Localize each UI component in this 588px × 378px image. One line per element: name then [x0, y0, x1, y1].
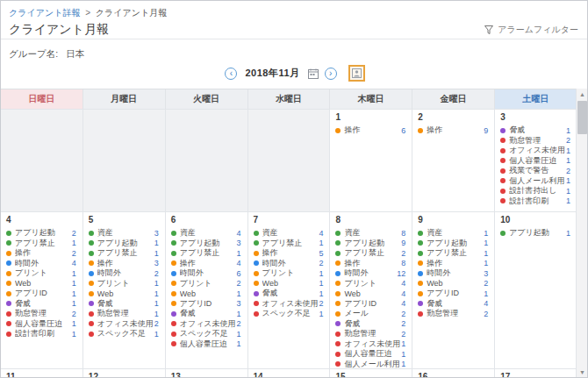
next-month-button[interactable]: ›	[325, 68, 337, 80]
alarm-item-count[interactable]: 2	[319, 299, 325, 308]
alarm-item-count[interactable]: 6	[237, 269, 243, 278]
alarm-item-count[interactable]: 1	[154, 289, 161, 298]
alarm-item-count[interactable]: 1	[566, 196, 572, 205]
alarm-item[interactable]: 勤怠管理2	[418, 309, 490, 319]
alarm-item[interactable]: 個人容量圧迫1	[171, 339, 243, 350]
alarm-item-count[interactable]: 1	[319, 289, 325, 298]
alarm-item-count[interactable]: 1	[72, 289, 78, 298]
alarm-item-count[interactable]: 1	[319, 239, 325, 247]
alarm-item-count[interactable]: 3	[484, 269, 490, 278]
alarm-item-count[interactable]: 1	[154, 299, 161, 308]
alarm-item-count[interactable]: 2	[72, 310, 78, 318]
alarm-item-count[interactable]: 1	[484, 289, 490, 298]
alarm-item-count[interactable]: 2	[484, 279, 490, 288]
day-cell-7[interactable]: 7資産4アプリ禁止1操作5時間外2プリント1Web1脅威1オフィス未使用2スペッ…	[248, 212, 331, 368]
alarm-item-count[interactable]: 1	[484, 249, 490, 258]
alarm-item[interactable]: 操作6	[335, 125, 407, 136]
alarm-item-count[interactable]: 1	[72, 299, 78, 308]
day-cell-6[interactable]: 6資産4アプリ起動3アプリ禁止1操作4時間外6プリント2Web1アプリID3脅威…	[166, 212, 248, 368]
alarm-item[interactable]: プリント1	[89, 279, 161, 289]
alarm-item-count[interactable]: 1	[154, 239, 161, 247]
alarm-item-count[interactable]: 1	[319, 269, 325, 278]
alarm-item-count[interactable]: 5	[319, 249, 325, 258]
day-cell-14[interactable]: 14	[248, 369, 331, 378]
alarm-item-count[interactable]: 2	[401, 319, 407, 328]
alarm-item-count[interactable]: 3	[154, 259, 161, 267]
alarm-item-count[interactable]: 2	[401, 310, 407, 318]
alarm-item-count[interactable]: 4	[401, 299, 407, 308]
alarm-item-count[interactable]: 1	[72, 269, 78, 278]
scrollbar-down-icon[interactable]: ▼	[577, 367, 588, 378]
alarm-item-count[interactable]: 1	[566, 176, 572, 185]
alarm-item-count[interactable]: 1	[237, 310, 243, 318]
alarm-item-count[interactable]: 1	[484, 259, 490, 267]
alarm-item[interactable]: プリント4	[335, 279, 407, 289]
scrollbar-thumb[interactable]	[577, 101, 587, 134]
alarm-item-count[interactable]: 1	[484, 229, 490, 238]
alarm-item-count[interactable]: 1	[72, 319, 78, 328]
day-cell-10[interactable]: 10アプリ起動1	[495, 212, 577, 368]
day-cell-9[interactable]: 9資産1アプリ起動1アプリ禁止1操作1時間外3Web2アプリID1脅威4勤怠管理…	[412, 212, 495, 368]
day-cell-13[interactable]: 13	[166, 369, 248, 378]
alarm-item-count[interactable]: 4	[484, 299, 490, 308]
alarm-item-count[interactable]: 8	[401, 229, 407, 238]
alarm-item-count[interactable]: 4	[319, 229, 325, 238]
alarm-item-count[interactable]: 2	[154, 319, 161, 328]
alarm-item-count[interactable]: 3	[154, 229, 161, 238]
alarm-item-count[interactable]: 2	[566, 136, 572, 145]
alarm-item[interactable]: スペック不足1	[254, 309, 326, 319]
calendar-icon[interactable]	[308, 68, 319, 79]
breadcrumb-parent-link[interactable]: クライアント詳報	[9, 8, 80, 18]
day-cell-3[interactable]: 3脅威1勤怠管理2オフィス未使用1個人容量圧迫1残業で警告2個人メール利用1設計…	[495, 110, 577, 211]
alarm-item-count[interactable]: 1	[72, 239, 78, 247]
alarm-item-count[interactable]: 1	[566, 146, 572, 155]
alarm-item-count[interactable]: 9	[484, 126, 490, 135]
alarm-filter-button[interactable]: アラームフィルター	[484, 24, 578, 36]
alarm-item-count[interactable]: 2	[237, 279, 243, 288]
alarm-item[interactable]: 設計書印刷1	[6, 329, 78, 339]
alarm-item-count[interactable]: 2	[72, 249, 78, 258]
alarm-item-count[interactable]: 1	[154, 310, 161, 318]
alarm-item-count[interactable]: 1	[401, 339, 407, 348]
alarm-item-count[interactable]: 1	[319, 310, 325, 318]
alarm-item-count[interactable]: 2	[237, 319, 243, 328]
alarm-item-count[interactable]: 1	[566, 187, 572, 196]
alarm-item-count[interactable]: 1	[566, 156, 572, 165]
day-cell-11[interactable]: 11	[1, 369, 83, 378]
day-cell-16[interactable]: 16	[412, 369, 495, 378]
alarm-item-count[interactable]: 2	[484, 310, 490, 318]
alarm-item-count[interactable]: 4	[72, 259, 78, 267]
alarm-item-count[interactable]: 2	[154, 269, 161, 278]
day-cell-5[interactable]: 5資産3アプリ起動1アプリ禁止1操作3時間外2プリント1Web1脅威1勤怠管理1…	[83, 212, 166, 368]
day-cell-1[interactable]: 1操作6	[330, 110, 412, 211]
alarm-item-count[interactable]: 2	[72, 229, 78, 238]
alarm-item-count[interactable]: 4	[401, 279, 407, 288]
alarm-item[interactable]: アプリ起動1	[500, 228, 572, 239]
alarm-item-count[interactable]: 9	[401, 239, 407, 247]
alarm-item-count[interactable]: 1	[154, 330, 161, 339]
alarm-item-count[interactable]: 3	[237, 299, 243, 308]
alarm-item-count[interactable]: 1	[401, 350, 407, 359]
highlighted-user-report-button[interactable]	[348, 65, 365, 82]
alarm-item-count[interactable]: 1	[237, 289, 243, 298]
alarm-item-count[interactable]: 12	[397, 269, 407, 278]
scrollbar-up-icon[interactable]: ▲	[577, 89, 588, 100]
alarm-item-count[interactable]: 4	[237, 259, 243, 267]
alarm-item-count[interactable]: 6	[401, 126, 407, 135]
alarm-item-count[interactable]: 1	[566, 229, 572, 238]
alarm-item[interactable]: 設計書印刷1	[500, 196, 572, 207]
alarm-item-count[interactable]: 2	[566, 167, 572, 175]
alarm-item-count[interactable]: 4	[237, 229, 243, 238]
day-cell-17[interactable]: 17	[495, 369, 577, 378]
day-cell-4[interactable]: 4アプリ起動2アプリ禁止1操作2時間外4プリント1Web1アプリID1脅威1勤怠…	[1, 212, 83, 368]
alarm-item-count[interactable]: 1	[319, 279, 325, 288]
alarm-item-count[interactable]: 2	[319, 259, 325, 267]
day-cell-12[interactable]: 12	[83, 369, 166, 378]
day-cell-15[interactable]: 15	[330, 369, 412, 378]
alarm-item[interactable]: 個人メール利用1	[335, 360, 407, 369]
day-cell-8[interactable]: 8資産8アプリ起動9アプリ禁止2操作8時間外12プリント4Web4アプリID4メ…	[330, 212, 412, 368]
alarm-item[interactable]: 操作9	[418, 125, 490, 136]
alarm-item-count[interactable]: 8	[401, 259, 407, 267]
alarm-item-count[interactable]: 3	[237, 239, 243, 247]
alarm-item-count[interactable]: 2	[401, 249, 407, 258]
